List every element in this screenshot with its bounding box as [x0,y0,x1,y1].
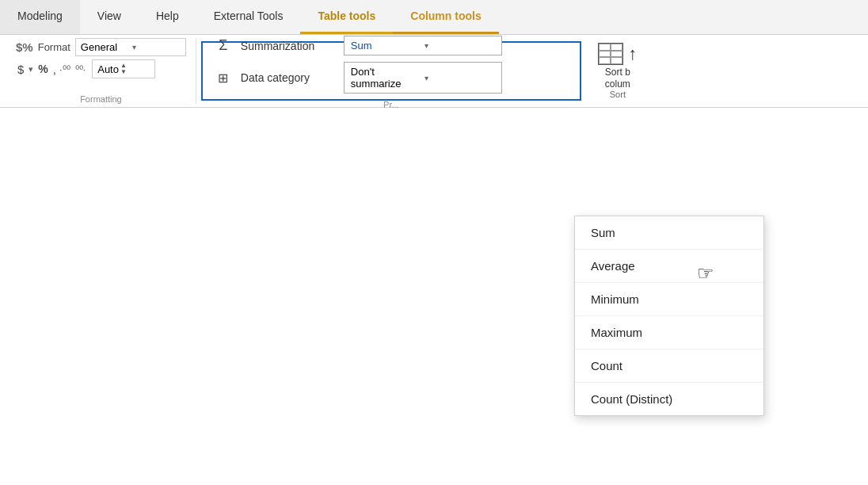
spin-arrows: ▲ ▼ [120,63,127,75]
dropdown-item-average[interactable]: Average [575,250,763,283]
formatting-section: $% Format General ▾ $ ▾ % , ·⁰⁰ ⁰⁰· Auto… [6,38,196,104]
ribbon-content: $% Format General ▾ $ ▾ % , ·⁰⁰ ⁰⁰· Auto… [0,35,868,108]
properties-section: Σ Summarization Sum ▾ ⊞ Data category Do… [201,41,581,101]
formatting-inner: $% Format General ▾ $ ▾ % , ·⁰⁰ ⁰⁰· Auto… [16,38,186,104]
summarization-label: Summarization [241,40,336,52]
tab-view[interactable]: View [80,0,139,34]
sort-cell-4 [611,51,622,58]
format-label: Format [38,41,70,53]
tab-external-tools[interactable]: External Tools [196,0,301,34]
auto-dropdown[interactable]: Auto ▲ ▼ [92,59,155,78]
dropdown-item-maximum[interactable]: Maximum [575,316,763,349]
summarization-row: Σ Summarization Sum ▾ [214,32,569,59]
sort-table-icon [598,43,623,65]
dropdown-item-count[interactable]: Count [575,349,763,383]
tab-table-tools[interactable]: Table tools [300,0,393,34]
data-category-row: ⊞ Data category Don't summarize ▾ [214,59,569,97]
currency-format-icon: $% [16,40,33,54]
spin-down[interactable]: ▼ [120,69,127,75]
percent-button[interactable]: % [36,62,49,76]
summarization-dropdown[interactable]: Sum ▾ [344,36,502,55]
format-row2: $ ▾ % , ·⁰⁰ ⁰⁰· Auto ▲ ▼ [16,59,186,78]
tab-help[interactable]: Help [139,0,196,34]
summarization-value: Sum [351,40,421,52]
ribbon-tabs: Modeling View Help External Tools Table … [0,0,868,35]
sort-section: ↑ Sort b colum Sort [586,38,649,104]
format-dropdown-arrow: ▾ [132,43,181,52]
format-row1: $% Format General ▾ [16,38,186,56]
sort-section-label: Sort [610,90,626,99]
decimal-decrease-btn[interactable]: ⁰⁰· [75,63,86,75]
data-category-icon: ⊞ [214,71,233,86]
properties-section-label: Pr... [214,100,569,109]
sigma-icon: Σ [214,37,233,54]
data-category-label: Data category [241,71,336,84]
decimal-increase-btn[interactable]: ·⁰⁰ [59,63,70,75]
sort-cell-5 [599,57,611,64]
data-category-value: Don't summarize [351,66,421,90]
summarization-dropdown-menu: Sum Average Minimum Maximum Count Count … [574,216,764,416]
format-dropdown[interactable]: General ▾ [75,38,186,56]
dropdown-item-sum[interactable]: Sum [575,216,763,250]
dropdown-item-count-distinct[interactable]: Count (Distinct) [575,383,763,415]
summarization-dropdown-arrow: ▾ [424,41,495,50]
data-category-dropdown[interactable]: Don't summarize ▾ [344,62,502,94]
dollar-button[interactable]: $ [16,62,25,77]
sort-button-label[interactable]: Sort b colum [605,67,630,90]
sort-cell-2 [611,44,622,51]
comma-button[interactable]: , [53,63,56,76]
currency-dropdown-arrow[interactable]: ▾ [29,64,33,74]
tab-modeling[interactable]: Modeling [0,0,80,34]
sort-cell-3 [599,51,611,58]
data-category-dropdown-arrow: ▾ [424,74,495,82]
sort-up-arrow-icon: ↑ [628,44,637,64]
sort-cell-6 [611,57,622,64]
tab-column-tools[interactable]: Column tools [393,0,498,34]
dropdown-item-minimum[interactable]: Minimum [575,283,763,316]
sort-cell-1 [599,44,611,51]
sort-icon-container: ↑ [598,43,637,65]
formatting-label: Formatting [16,94,186,104]
